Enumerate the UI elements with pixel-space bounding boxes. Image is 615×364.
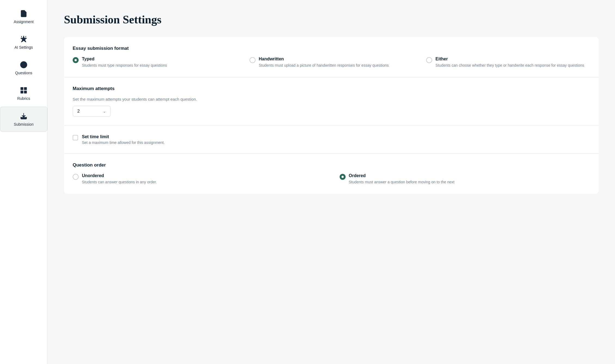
typed-label: Typed <box>82 57 167 61</box>
radio-option-handwritten[interactable]: Handwritten Students must upload a pictu… <box>250 57 413 68</box>
sidebar-item-label: Submission <box>14 122 33 127</box>
essay-format-title: Essay submission format <box>73 46 590 51</box>
question-order-title: Question order <box>73 162 590 168</box>
sidebar-item-assignment[interactable]: Assignment <box>0 4 47 29</box>
sidebar-item-ai-settings[interactable]: AI Settings <box>0 30 47 54</box>
time-limit-section: Set time limit Set a maximum time allowe… <box>64 125 599 153</box>
essay-format-section: Essay submission format Typed Students m… <box>64 37 599 77</box>
settings-card: Essay submission format Typed Students m… <box>64 37 599 194</box>
radio-option-ordered[interactable]: Ordered Students must answer a question … <box>340 173 590 185</box>
sidebar-item-questions[interactable]: Questions <box>0 55 47 80</box>
time-limit-desc: Set a maximum time allowed for this assi… <box>82 140 165 145</box>
radio-option-unordered[interactable]: Unordered Students can answer questions … <box>73 173 323 185</box>
question-order-section: Question order Unordered Students can an… <box>64 153 599 194</box>
radio-ordered[interactable] <box>340 174 346 180</box>
sidebar-item-label: AI Settings <box>14 45 33 50</box>
handwritten-label: Handwritten <box>259 57 389 61</box>
svg-rect-6 <box>24 88 26 90</box>
ordered-desc: Students must answer a question before m… <box>349 179 454 185</box>
grid-icon <box>19 86 28 95</box>
radio-either[interactable] <box>426 57 432 63</box>
radio-handwritten[interactable] <box>250 57 256 63</box>
sidebar-item-label: Questions <box>15 71 32 75</box>
max-attempts-desc: Set the maximum attempts your students c… <box>73 97 590 101</box>
question-circle-icon <box>19 60 28 69</box>
either-label: Either <box>435 57 584 61</box>
max-attempts-title: Maximum attempts <box>73 86 590 91</box>
chevron-down-icon: ⌄ <box>103 109 106 113</box>
handwritten-desc: Students must upload a picture of handwr… <box>259 63 389 68</box>
unordered-label: Unordered <box>82 173 157 178</box>
svg-rect-7 <box>21 91 23 93</box>
either-desc: Students can choose whether they type or… <box>435 63 584 68</box>
svg-rect-8 <box>24 91 26 93</box>
sparkle-icon <box>19 35 28 44</box>
sidebar-item-label: Assignment <box>14 20 33 24</box>
radio-unordered[interactable] <box>73 174 79 180</box>
unordered-desc: Students can answer questions in any ord… <box>82 179 157 185</box>
main-content: Submission Settings Essay submission for… <box>48 0 615 364</box>
radio-option-either[interactable]: Either Students can choose whether they … <box>426 57 590 68</box>
time-limit-label: Set time limit <box>82 134 165 139</box>
ordered-label: Ordered <box>349 173 454 178</box>
max-attempts-dropdown-wrapper: 2 ⌄ <box>73 106 590 117</box>
max-attempts-dropdown[interactable]: 2 ⌄ <box>73 106 111 117</box>
document-icon <box>19 9 28 18</box>
sidebar-item-rubrics[interactable]: Rubrics <box>0 81 47 106</box>
max-attempts-section: Maximum attempts Set the maximum attempt… <box>64 77 599 125</box>
question-order-options: Unordered Students can answer questions … <box>73 173 590 185</box>
sidebar: Assignment AI Settings Questions <box>0 0 48 364</box>
radio-option-typed[interactable]: Typed Students must type responses for e… <box>73 57 236 68</box>
dropdown-value: 2 <box>77 109 80 114</box>
sidebar-item-submission[interactable]: Submission <box>0 107 47 132</box>
time-limit-row: Set time limit Set a maximum time allowe… <box>73 134 590 145</box>
typed-desc: Students must type responses for essay q… <box>82 63 167 68</box>
page-title: Submission Settings <box>64 13 599 26</box>
essay-format-options: Typed Students must type responses for e… <box>73 57 590 68</box>
svg-rect-5 <box>21 88 23 90</box>
download-icon <box>19 112 28 121</box>
radio-typed[interactable] <box>73 57 79 63</box>
sidebar-item-label: Rubrics <box>17 96 30 101</box>
time-limit-checkbox[interactable] <box>73 135 78 140</box>
